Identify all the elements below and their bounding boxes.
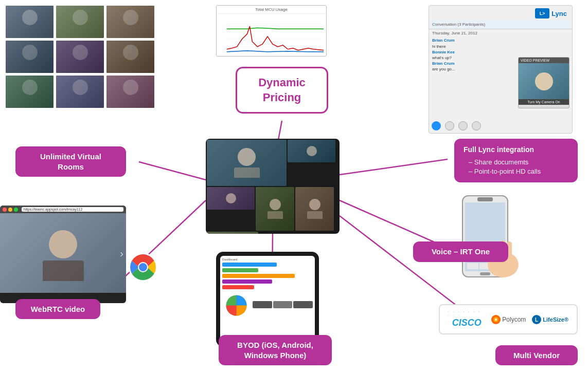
chrome-icon	[128, 252, 158, 283]
webrtc-screen: https://teamc.appspot.com/tmcay112 ›	[0, 206, 126, 303]
multi-person-grid	[5, 5, 157, 113]
unlimited-virtual-rooms-label: Unlimited VirtualRooms	[15, 146, 126, 177]
svg-text:L: L	[535, 317, 538, 323]
voice-irt-label: Voice – IRT One	[413, 241, 508, 262]
full-lync-integration-label: Full Lync integration Share documemts Po…	[454, 139, 578, 182]
tablet-mockup: Dashboard	[216, 252, 319, 347]
vendor-logos-box: · · · · · · · · · · CISCO Polycom L Life…	[439, 304, 578, 334]
svg-point-14	[139, 263, 147, 271]
dynamic-pricing-box: DynamicPricing	[236, 67, 328, 114]
multi-vendor-label: Multi Vendor	[495, 345, 578, 366]
center-video-screen	[206, 139, 340, 234]
lync-screenshot: L> Lync Conversation (3 Participants) Th…	[429, 5, 573, 134]
polycom-logo: Polycom	[491, 315, 526, 324]
lifesize-logo: L LifeSize®	[532, 315, 568, 324]
webrtc-label: WebRTC video	[15, 299, 100, 320]
byod-label: BYOD (iOS, Android,Windows Phone)	[219, 335, 332, 365]
cisco-logo: · · · · · · · · · · CISCO	[448, 310, 485, 328]
chart-mockup: Total MCU Usage	[216, 5, 327, 57]
svg-point-23	[495, 319, 497, 321]
